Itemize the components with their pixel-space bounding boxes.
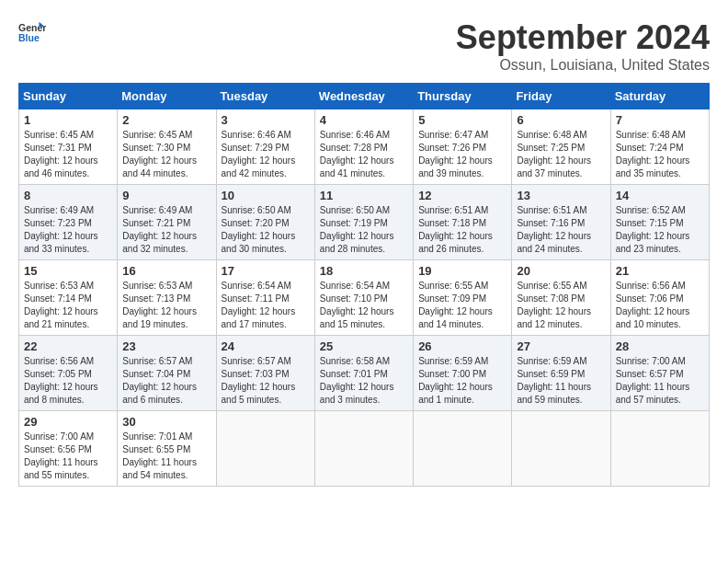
- day-number: 22: [24, 339, 112, 353]
- day-info: Sunrise: 6:46 AMSunset: 7:28 PMDaylight:…: [320, 129, 408, 180]
- table-row: 21Sunrise: 6:56 AMSunset: 7:06 PMDayligh…: [610, 260, 709, 336]
- header-monday: Monday: [118, 84, 216, 109]
- day-number: 14: [616, 189, 704, 202]
- table-row: 10Sunrise: 6:50 AMSunset: 7:20 PMDayligh…: [216, 185, 314, 260]
- day-number: 25: [320, 339, 408, 353]
- day-number: 20: [517, 264, 605, 278]
- day-number: 26: [418, 339, 506, 353]
- day-info: Sunrise: 6:53 AMSunset: 7:13 PMDaylight:…: [122, 280, 210, 331]
- day-info: Sunrise: 6:55 AMSunset: 7:09 PMDaylight:…: [418, 280, 506, 331]
- day-info: Sunrise: 6:49 AMSunset: 7:21 PMDaylight:…: [122, 204, 210, 256]
- svg-text:Blue: Blue: [18, 32, 40, 43]
- table-row: [512, 411, 610, 487]
- day-info: Sunrise: 6:59 AMSunset: 7:00 PMDaylight:…: [418, 355, 506, 407]
- table-row: 13Sunrise: 6:51 AMSunset: 7:16 PMDayligh…: [512, 185, 610, 260]
- table-row: 14Sunrise: 6:52 AMSunset: 7:15 PMDayligh…: [610, 185, 709, 260]
- day-info: Sunrise: 6:53 AMSunset: 7:14 PMDaylight:…: [24, 280, 112, 331]
- table-row: 2Sunrise: 6:45 AMSunset: 7:30 PMDaylight…: [118, 109, 216, 185]
- day-info: Sunrise: 6:54 AMSunset: 7:11 PMDaylight:…: [222, 280, 310, 331]
- header-tuesday: Tuesday: [216, 84, 314, 109]
- day-info: Sunrise: 6:51 AMSunset: 7:16 PMDaylight:…: [517, 204, 605, 256]
- table-row: 28Sunrise: 7:00 AMSunset: 6:57 PMDayligh…: [610, 336, 709, 411]
- day-number: 15: [24, 264, 112, 278]
- day-number: 12: [418, 189, 506, 202]
- day-info: Sunrise: 6:45 AMSunset: 7:31 PMDaylight:…: [24, 129, 112, 180]
- table-row: 12Sunrise: 6:51 AMSunset: 7:18 PMDayligh…: [414, 185, 512, 260]
- day-info: Sunrise: 6:50 AMSunset: 7:19 PMDaylight:…: [320, 204, 408, 256]
- day-info: Sunrise: 6:52 AMSunset: 7:15 PMDaylight:…: [616, 204, 704, 256]
- day-info: Sunrise: 6:47 AMSunset: 7:26 PMDaylight:…: [418, 129, 506, 180]
- table-row: 5Sunrise: 6:47 AMSunset: 7:26 PMDaylight…: [414, 109, 512, 185]
- day-number: 30: [122, 415, 210, 429]
- day-number: 29: [24, 415, 112, 429]
- table-row: 8Sunrise: 6:49 AMSunset: 7:23 PMDaylight…: [19, 185, 118, 260]
- table-row: 27Sunrise: 6:59 AMSunset: 6:59 PMDayligh…: [512, 336, 610, 411]
- day-info: Sunrise: 6:57 AMSunset: 7:04 PMDaylight:…: [122, 355, 210, 407]
- day-number: 17: [222, 264, 310, 278]
- day-number: 13: [517, 189, 605, 202]
- day-number: 10: [222, 189, 310, 202]
- table-row: 7Sunrise: 6:48 AMSunset: 7:24 PMDaylight…: [610, 109, 709, 185]
- day-info: Sunrise: 6:51 AMSunset: 7:18 PMDaylight:…: [418, 204, 506, 256]
- table-row: 19Sunrise: 6:55 AMSunset: 7:09 PMDayligh…: [414, 260, 512, 336]
- day-info: Sunrise: 6:48 AMSunset: 7:24 PMDaylight:…: [616, 129, 704, 180]
- calendar-week-4: 22Sunrise: 6:56 AMSunset: 7:05 PMDayligh…: [19, 336, 710, 411]
- header-friday: Friday: [512, 84, 610, 109]
- svg-text:General: General: [18, 22, 46, 33]
- day-info: Sunrise: 6:46 AMSunset: 7:29 PMDaylight:…: [222, 129, 310, 180]
- day-info: Sunrise: 6:56 AMSunset: 7:06 PMDaylight:…: [616, 280, 704, 331]
- day-number: 8: [24, 189, 112, 202]
- calendar-week-1: 1Sunrise: 6:45 AMSunset: 7:31 PMDaylight…: [19, 109, 710, 185]
- day-number: 4: [320, 113, 408, 127]
- table-row: 30Sunrise: 7:01 AMSunset: 6:55 PMDayligh…: [118, 411, 216, 487]
- day-info: Sunrise: 6:54 AMSunset: 7:10 PMDaylight:…: [320, 280, 408, 331]
- table-row: 18Sunrise: 6:54 AMSunset: 7:10 PMDayligh…: [314, 260, 413, 336]
- day-number: 11: [320, 189, 408, 202]
- day-info: Sunrise: 7:01 AMSunset: 6:55 PMDaylight:…: [122, 431, 210, 482]
- day-info: Sunrise: 6:59 AMSunset: 6:59 PMDaylight:…: [517, 355, 605, 407]
- header-sunday: Sunday: [19, 84, 118, 109]
- table-row: 16Sunrise: 6:53 AMSunset: 7:13 PMDayligh…: [118, 260, 216, 336]
- day-info: Sunrise: 6:50 AMSunset: 7:20 PMDaylight:…: [222, 204, 310, 256]
- day-info: Sunrise: 6:45 AMSunset: 7:30 PMDaylight:…: [122, 129, 210, 180]
- day-number: 1: [24, 113, 112, 127]
- table-row: [414, 411, 512, 487]
- day-number: 23: [122, 339, 210, 353]
- day-info: Sunrise: 6:57 AMSunset: 7:03 PMDaylight:…: [222, 355, 310, 407]
- table-row: 9Sunrise: 6:49 AMSunset: 7:21 PMDaylight…: [118, 185, 216, 260]
- table-row: 20Sunrise: 6:55 AMSunset: 7:08 PMDayligh…: [512, 260, 610, 336]
- calendar-week-5: 29Sunrise: 7:00 AMSunset: 6:56 PMDayligh…: [19, 411, 710, 487]
- table-row: 15Sunrise: 6:53 AMSunset: 7:14 PMDayligh…: [19, 260, 118, 336]
- day-number: 7: [616, 113, 704, 127]
- table-row: [314, 411, 413, 487]
- table-row: [610, 411, 709, 487]
- title-section: September 2024 Ossun, Louisiana, United …: [456, 18, 710, 74]
- day-info: Sunrise: 6:48 AMSunset: 7:25 PMDaylight:…: [517, 129, 605, 180]
- day-number: 3: [222, 113, 310, 127]
- day-number: 18: [320, 264, 408, 278]
- logo: General Blue: [18, 18, 50, 46]
- table-row: 1Sunrise: 6:45 AMSunset: 7:31 PMDaylight…: [19, 109, 118, 185]
- calendar-week-3: 15Sunrise: 6:53 AMSunset: 7:14 PMDayligh…: [19, 260, 710, 336]
- day-number: 21: [616, 264, 704, 278]
- day-number: 5: [418, 113, 506, 127]
- table-row: [216, 411, 314, 487]
- table-row: 26Sunrise: 6:59 AMSunset: 7:00 PMDayligh…: [414, 336, 512, 411]
- table-row: 22Sunrise: 6:56 AMSunset: 7:05 PMDayligh…: [19, 336, 118, 411]
- day-number: 28: [616, 339, 704, 353]
- day-number: 16: [122, 264, 210, 278]
- calendar-table: Sunday Monday Tuesday Wednesday Thursday…: [18, 83, 710, 487]
- day-number: 6: [517, 113, 605, 127]
- table-row: 17Sunrise: 6:54 AMSunset: 7:11 PMDayligh…: [216, 260, 314, 336]
- header-thursday: Thursday: [414, 84, 512, 109]
- table-row: 4Sunrise: 6:46 AMSunset: 7:28 PMDaylight…: [314, 109, 413, 185]
- header-saturday: Saturday: [610, 84, 709, 109]
- day-info: Sunrise: 6:58 AMSunset: 7:01 PMDaylight:…: [320, 355, 408, 407]
- header-wednesday: Wednesday: [314, 84, 413, 109]
- page-header: General Blue September 2024 Ossun, Louis…: [18, 18, 710, 74]
- table-row: 25Sunrise: 6:58 AMSunset: 7:01 PMDayligh…: [314, 336, 413, 411]
- table-row: 29Sunrise: 7:00 AMSunset: 6:56 PMDayligh…: [19, 411, 118, 487]
- day-number: 19: [418, 264, 506, 278]
- day-info: Sunrise: 7:00 AMSunset: 6:56 PMDaylight:…: [24, 431, 112, 482]
- table-row: 23Sunrise: 6:57 AMSunset: 7:04 PMDayligh…: [118, 336, 216, 411]
